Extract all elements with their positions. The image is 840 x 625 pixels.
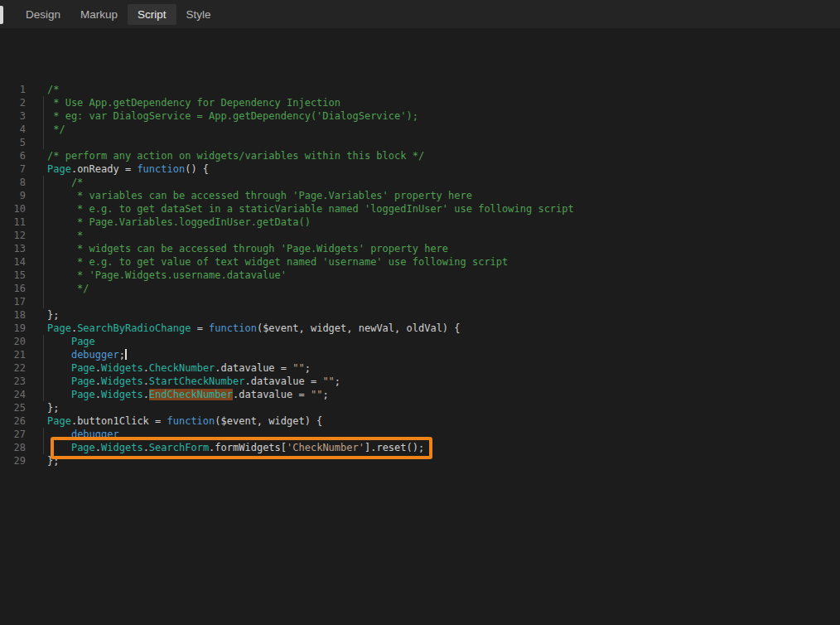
line-number[interactable]: 19	[0, 322, 26, 335]
line-number[interactable]: 29	[0, 454, 26, 468]
line-number[interactable]: 4	[0, 123, 26, 136]
code-line[interactable]: 9 * variables can be accessed through 'P…	[0, 189, 840, 202]
tab-script[interactable]: Script	[128, 4, 176, 25]
line-number[interactable]: 6	[0, 149, 26, 162]
line-number[interactable]: 26	[0, 414, 26, 428]
line-number[interactable]: 8	[0, 176, 26, 189]
code-text: */	[26, 123, 65, 136]
text-cursor	[125, 349, 127, 360]
line-number[interactable]: 28	[0, 441, 26, 454]
line-number[interactable]: 25	[0, 401, 26, 414]
code-text	[26, 136, 47, 149]
code-line[interactable]: 21 debugger;	[0, 348, 840, 361]
code-line[interactable]: 4 */	[0, 123, 840, 136]
code-text: /*	[26, 83, 59, 96]
code-text: /* perform any action on widgets/variabl…	[26, 149, 424, 162]
code-line[interactable]: 18};	[0, 308, 840, 322]
code-text: * e.g. to get dataSet in a staticVariabl…	[26, 202, 574, 216]
code-line[interactable]: 6/* perform any action on widgets/variab…	[0, 149, 840, 162]
line-number[interactable]: 1	[0, 83, 26, 96]
line-number[interactable]: 17	[0, 295, 26, 308]
code-text: * widgets can be accessed through 'Page.…	[26, 242, 448, 255]
code-text: Page.SearchByRadioChange = function($eve…	[26, 322, 461, 335]
code-line[interactable]: 12 *	[0, 229, 840, 242]
code-line[interactable]: 5	[0, 136, 840, 149]
editor-mode-tabbar: Design Markup Script Style	[0, 0, 840, 28]
code-text: Page	[26, 335, 95, 348]
code-text: debugger;	[26, 348, 127, 361]
line-number[interactable]: 14	[0, 255, 26, 269]
line-number[interactable]: 13	[0, 242, 26, 255]
code-text: Page.Widgets.SearchForm.formWidgets['Che…	[26, 441, 424, 454]
line-number[interactable]: 9	[0, 189, 26, 202]
script-editor[interactable]: 1/*2 * Use App.getDependency for Depende…	[0, 28, 840, 625]
line-number[interactable]: 10	[0, 202, 26, 216]
line-number[interactable]: 5	[0, 136, 26, 149]
code-text: * Use App.getDependency for Dependency I…	[26, 96, 340, 109]
code-line[interactable]: 23 Page.Widgets.StartCheckNumber.dataval…	[0, 375, 840, 388]
code-text: * 'Page.Widgets.username.datavalue'	[26, 269, 287, 282]
code-line[interactable]: 22 Page.Widgets.CheckNumber.datavalue = …	[0, 361, 840, 375]
code-text: Page.button1Click = function($event, wid…	[26, 414, 322, 428]
line-number[interactable]: 27	[0, 428, 26, 441]
code-text: * e.g. to get value of text widget named…	[26, 255, 508, 269]
code-line[interactable]: 13 * widgets can be accessed through 'Pa…	[0, 242, 840, 255]
line-number[interactable]: 11	[0, 216, 26, 229]
line-number[interactable]: 3	[0, 109, 26, 123]
code-line[interactable]: 19Page.SearchByRadioChange = function($e…	[0, 322, 840, 335]
line-number[interactable]: 2	[0, 96, 26, 109]
line-number[interactable]: 23	[0, 375, 26, 388]
code-line[interactable]: 25};	[0, 401, 840, 414]
line-number[interactable]: 24	[0, 388, 26, 401]
code-line[interactable]: 2 * Use App.getDependency for Dependency…	[0, 96, 840, 109]
code-line[interactable]: 11 * Page.Variables.loggedInUser.getData…	[0, 216, 840, 229]
code-line[interactable]: 15 * 'Page.Widgets.username.datavalue'	[0, 269, 840, 282]
line-number[interactable]: 20	[0, 335, 26, 348]
code-line[interactable]: 3 * eg: var DialogService = App.getDepen…	[0, 109, 840, 123]
code-text: };	[26, 454, 59, 468]
code-line[interactable]: 10 * e.g. to get dataSet in a staticVari…	[0, 202, 840, 216]
code-line[interactable]: 8 /*	[0, 176, 840, 189]
tab-design[interactable]: Design	[16, 4, 70, 25]
code-text: };	[26, 308, 59, 322]
code-text: * variables can be accessed through 'Pag…	[26, 189, 472, 202]
code-text: /*	[26, 176, 83, 189]
code-text: debugger	[26, 428, 119, 441]
line-number[interactable]: 12	[0, 229, 26, 242]
code-line[interactable]: 27 debugger	[0, 428, 840, 441]
code-text: * Page.Variables.loggedInUser.getData()	[26, 216, 311, 229]
code-text	[26, 295, 47, 308]
code-line[interactable]: 17	[0, 295, 840, 308]
code-line[interactable]: 16 */	[0, 282, 840, 295]
code-lines[interactable]: 1/*2 * Use App.getDependency for Depende…	[0, 83, 840, 468]
code-line[interactable]: 28 Page.Widgets.SearchForm.formWidgets['…	[0, 441, 840, 454]
line-number[interactable]: 21	[0, 348, 26, 361]
line-number[interactable]: 22	[0, 361, 26, 375]
code-line[interactable]: 26Page.button1Click = function($event, w…	[0, 414, 840, 428]
code-text: Page.onReady = function() {	[26, 162, 209, 176]
line-number[interactable]: 15	[0, 269, 26, 282]
code-line[interactable]: 29};	[0, 454, 840, 468]
code-text: Page.Widgets.CheckNumber.datavalue = "";	[26, 361, 311, 375]
collapsed-panel-handle[interactable]	[0, 6, 3, 24]
code-text: };	[26, 401, 59, 414]
tab-markup[interactable]: Markup	[70, 4, 128, 25]
tab-style[interactable]: Style	[176, 4, 221, 25]
code-text: Page.Widgets.StartCheckNumber.datavalue …	[26, 375, 340, 388]
line-number[interactable]: 16	[0, 282, 26, 295]
code-line[interactable]: 1/*	[0, 83, 840, 96]
line-number[interactable]: 18	[0, 308, 26, 322]
code-text: *	[26, 229, 83, 242]
code-line[interactable]: 20 Page	[0, 335, 840, 348]
code-line[interactable]: 24 Page.Widgets.EndCheckNumber.datavalue…	[0, 388, 840, 401]
code-text: */	[26, 282, 89, 295]
code-line[interactable]: 14 * e.g. to get value of text widget na…	[0, 255, 840, 269]
code-line[interactable]: 7Page.onReady = function() {	[0, 162, 840, 176]
line-number[interactable]: 7	[0, 162, 26, 176]
code-text: * eg: var DialogService = App.getDepende…	[26, 109, 418, 123]
code-text: Page.Widgets.EndCheckNumber.datavalue = …	[26, 388, 329, 401]
